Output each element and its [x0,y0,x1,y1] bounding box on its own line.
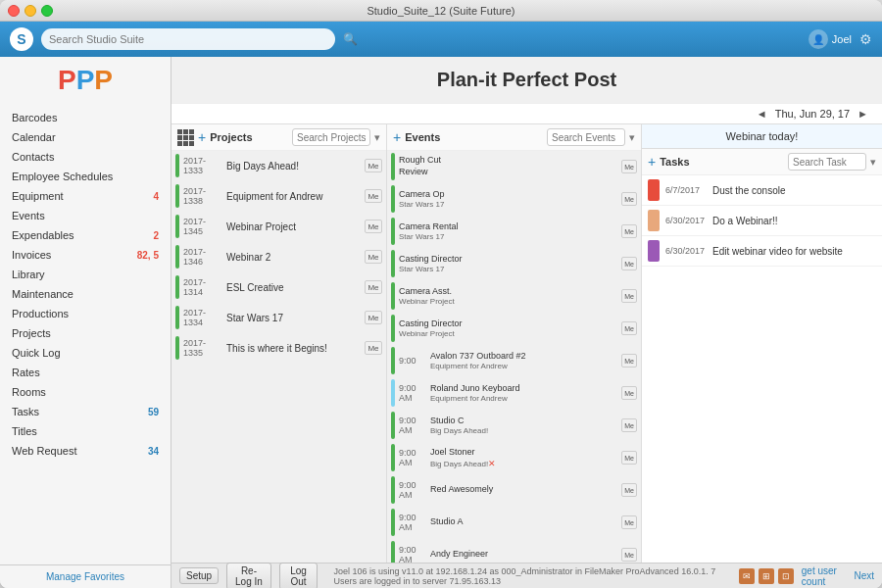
event-color [391,476,395,504]
event-color [391,153,395,180]
user-name: Joel [832,33,852,45]
project-me-button[interactable]: Me [365,159,382,172]
setup-button[interactable]: Setup [179,567,219,584]
sidebar-item-quick-log[interactable]: Quick Log [0,343,171,363]
event-me-button[interactable]: Me [621,515,637,529]
sidebar-item-productions[interactable]: Productions [0,304,171,323]
next-date-button[interactable]: ► [854,108,872,120]
prev-date-button[interactable]: ◄ [753,108,771,120]
project-name: Star Wars 17 [226,313,361,323]
web-request-badge: 34 [148,446,159,457]
get-user-count-link[interactable]: get user count [802,565,847,587]
projects-filter-icon[interactable]: ▾ [374,131,380,144]
project-number: 2017-1314 [183,277,222,297]
event-me-button[interactable]: Me [621,160,637,173]
event-me-button[interactable]: Me [621,418,637,432]
sidebar-item-library[interactable]: Library [0,265,171,284]
add-event-button[interactable]: + [393,130,401,144]
project-number: 2017-1333 [183,156,222,175]
event-me-button[interactable]: Me [621,451,637,465]
event-color [391,444,395,471]
sidebar-item-maintenance[interactable]: Maintenance [0,284,171,304]
project-number: 2017-1346 [183,247,222,267]
icon-grid[interactable]: ⊞ [759,568,774,584]
sidebar-item-invoices[interactable]: Invoices 82, 5 [0,245,171,265]
sidebar-footer: Manage Favorites [0,564,171,588]
sidebar-item-calendar[interactable]: Calendar [0,127,171,147]
project-me-button[interactable]: Me [365,189,382,203]
event-color [391,185,395,213]
event-me-button[interactable]: Me [621,224,637,238]
events-col-header: + Events ▾ [387,124,641,151]
project-me-button[interactable]: Me [365,311,382,324]
project-me-button[interactable]: Me [365,280,382,294]
event-color [391,541,395,563]
search-input[interactable] [41,28,335,50]
events-filter-icon[interactable]: ▾ [629,131,635,144]
sidebar-item-web-request[interactable]: Web Request 34 [0,441,171,461]
event-me-button[interactable]: Me [621,192,637,206]
icon-share[interactable]: ⊡ [778,568,794,584]
tasks-search-input[interactable] [788,153,866,171]
project-me-button[interactable]: Me [365,341,382,355]
sidebar-item-rates[interactable]: Rates [0,363,171,382]
app-title: Plan-it Perfect Post [183,69,870,91]
bottom-icons: ✉ ⊞ ⊡ [739,568,794,584]
projects-search-input[interactable] [292,128,370,146]
project-me-button[interactable]: Me [365,220,382,233]
maximize-button[interactable] [41,5,53,17]
event-me-button[interactable]: Me [621,386,637,400]
project-color [175,245,179,269]
logout-button[interactable]: Log Out [279,563,318,589]
sidebar-item-employee-schedules[interactable]: Employee Schedules [0,167,171,186]
project-me-button[interactable]: Me [365,250,382,264]
sidebar-nav: Barcodes Calendar Contacts Employee Sche… [0,104,171,564]
sidebar-item-equipment[interactable]: Equipment 4 [0,186,171,206]
relogin-button[interactable]: Re-Log In [226,563,271,589]
add-task-button[interactable]: + [648,155,656,169]
sidebar-item-tasks[interactable]: Tasks 59 [0,402,171,421]
list-item: 2017-1338 Equipment for Andrew Me [172,181,386,212]
sidebar: PPP Barcodes Calendar Contacts Employee … [0,57,172,588]
list-item: Casting Director Star Wars 17 Me [387,248,641,280]
icon-envelope[interactable]: ✉ [739,568,755,584]
sidebar-item-barcodes[interactable]: Barcodes [0,108,171,127]
event-me-button[interactable]: Me [621,483,637,497]
project-name: Webinar Project [226,221,361,232]
close-button[interactable] [8,5,20,17]
add-project-button[interactable]: + [198,130,206,144]
sidebar-item-rooms[interactable]: Rooms [0,382,171,402]
next-link[interactable]: Next [854,570,874,581]
tasks-filter-icon[interactable]: ▾ [870,156,876,169]
list-item: 2017-1333 Big Days Ahead! Me [172,151,386,181]
list-item: 9:00 AM Red Awesomely Me [387,474,641,507]
events-search-input[interactable] [547,128,625,146]
sidebar-item-expendables[interactable]: Expendables 2 [0,225,171,245]
project-number: 2017-1334 [183,308,222,327]
app-toolbar: S 🔍 👤 Joel ⚙ [0,22,882,57]
user-menu[interactable]: 👤 Joel [808,29,852,49]
gear-icon[interactable]: ⚙ [859,31,872,47]
project-color [175,215,179,238]
event-me-button[interactable]: Me [621,289,637,303]
list-item: 9:00 AM Roland Juno Keyboard Equipment f… [387,377,641,410]
event-me-button[interactable]: Me [621,354,637,368]
list-item: 9:00 Avalon 737 Outboard #2 Equipment fo… [387,345,641,377]
date-nav-bar: ◄ Thu, Jun 29, 17 ► [172,104,882,124]
sidebar-item-projects[interactable]: Projects [0,323,171,343]
project-name: Equipment for Andrew [226,191,361,202]
event-color [391,412,395,439]
minimize-button[interactable] [24,5,36,17]
list-item: 6/30/2017 Do a Webinar!! [642,206,882,236]
invoices-badge: 82, 5 [137,250,159,261]
sidebar-item-events[interactable]: Events [0,206,171,225]
event-me-button[interactable]: Me [621,548,637,562]
list-item: Camera Asst. Webinar Project Me [387,280,641,313]
event-me-button[interactable]: Me [621,257,637,270]
sidebar-item-titles[interactable]: Titles [0,421,171,441]
sidebar-item-contacts[interactable]: Contacts [0,147,171,167]
event-me-button[interactable]: Me [621,321,637,335]
manage-favorites-link[interactable]: Manage Favorites [46,571,124,582]
bottom-bar: Setup Re-Log In Log Out Joel 106 is usin… [172,563,882,588]
list-item: Casting Director Webinar Project Me [387,313,641,345]
